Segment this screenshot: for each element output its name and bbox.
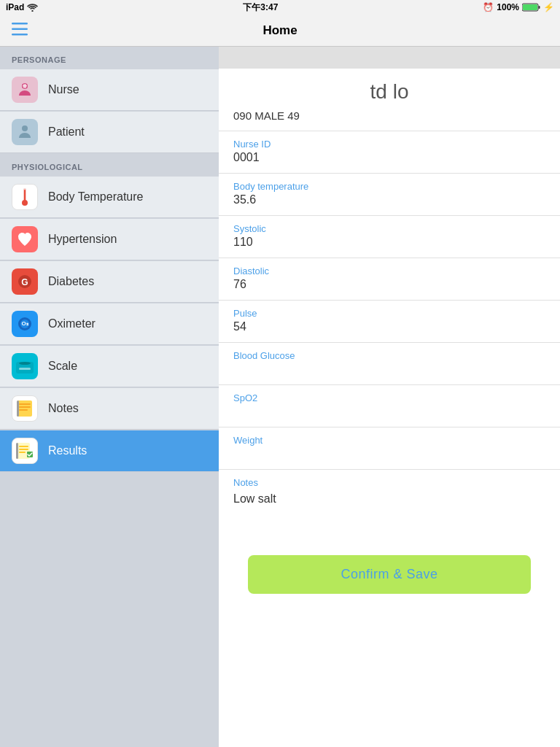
svg-rect-29 [16, 443, 18, 459]
weight-field: Weight [219, 427, 560, 469]
systolic-value: 110 [233, 236, 545, 250]
body-temperature-value: 35.6 [233, 193, 545, 208]
sidebar-item-results[interactable]: Results [0, 430, 219, 472]
svg-rect-25 [19, 406, 31, 408]
notes-field: Notes Low salt [219, 469, 560, 541]
nurse-id-label: Nurse ID [233, 139, 545, 150]
spo2-value [233, 405, 545, 419]
patient-icon [12, 119, 38, 145]
sidebar-item-nurse[interactable]: Nurse [0, 69, 219, 111]
sidebar-item-scale[interactable]: Scale [0, 346, 219, 387]
sidebar-item-notes-label: Notes [48, 402, 79, 415]
patient-name: td lo [219, 69, 560, 109]
nurse-id-field: Nurse ID 0001 [219, 131, 560, 173]
blood-glucose-field: Blood Glucose [219, 342, 560, 384]
svg-rect-6 [12, 34, 28, 36]
pulse-label: Pulse [233, 308, 545, 319]
battery-label: 100% [497, 2, 519, 12]
sidebar: PERSONAGE Nurse Patient [0, 47, 219, 747]
blood-glucose-value [233, 363, 545, 377]
nurse-id-value: 0001 [233, 151, 545, 166]
svg-rect-14 [24, 193, 26, 201]
pulse-value: 54 [233, 320, 545, 335]
systolic-label: Systolic [233, 223, 545, 234]
weight-value [233, 447, 545, 462]
physiological-section-label: PHYSIOLOGICAL [0, 154, 219, 176]
hamburger-icon [12, 23, 28, 36]
scale-icon [12, 353, 38, 379]
nav-title: Home [262, 23, 297, 38]
patient-info: 090 MALE 49 [219, 109, 560, 131]
sidebar-item-scale-label: Scale [48, 360, 77, 373]
notes-value: Low salt [233, 489, 545, 533]
notes-label: Notes [233, 477, 545, 488]
sidebar-item-patient[interactable]: Patient [0, 112, 219, 153]
pulse-field: Pulse 54 [219, 300, 560, 342]
nav-bar: Home [0, 15, 560, 47]
svg-rect-26 [19, 409, 28, 411]
alarm-icon: ⏰ [483, 2, 494, 12]
svg-text:G: G [21, 277, 28, 287]
ipad-label: iPad [6, 2, 24, 12]
thermometer-icon [12, 184, 38, 210]
svg-point-0 [32, 10, 34, 12]
charging-icon: ⚡ [543, 2, 554, 12]
nurse-icon [12, 77, 38, 103]
svg-text:O₂: O₂ [21, 320, 28, 327]
blood-glucose-label: Blood Glucose [233, 350, 545, 361]
hypertension-icon [12, 226, 38, 252]
sidebar-item-hypertension-label: Hypertension [48, 233, 117, 246]
svg-rect-30 [19, 446, 28, 447]
oximeter-icon: O₂ [12, 311, 38, 337]
status-bar: iPad 下午3:47 ⏰ 100% ⚡ [0, 0, 560, 15]
sidebar-item-diabetes-label: Diabetes [48, 275, 94, 288]
personage-section-label: PERSONAGE [0, 47, 219, 69]
svg-rect-4 [12, 23, 28, 25]
confirm-save-button[interactable]: Confirm & Save [248, 555, 531, 594]
sidebar-item-oximeter-label: Oximeter [48, 317, 96, 330]
svg-point-21 [19, 362, 31, 365]
wifi-icon [27, 3, 38, 12]
sidebar-item-body-temperature-label: Body Temperature [48, 190, 143, 204]
diabetes-icon: G [12, 268, 38, 295]
content-area: td lo 090 MALE 49 Nurse ID 0001 Body tem… [219, 47, 560, 747]
sidebar-item-diabetes[interactable]: G Diabetes [0, 261, 219, 303]
systolic-field: Systolic 110 [219, 215, 560, 258]
svg-rect-24 [19, 403, 31, 405]
svg-rect-2 [538, 6, 540, 9]
sidebar-item-hypertension[interactable]: Hypertension [0, 219, 219, 260]
body-temperature-field: Body temperature 35.6 [219, 173, 560, 215]
status-right: ⏰ 100% ⚡ [483, 2, 554, 12]
sidebar-item-notes[interactable]: Notes [0, 388, 219, 430]
spo2-field: SpO2 [219, 384, 560, 427]
spo2-label: SpO2 [233, 392, 545, 403]
notes-icon [12, 395, 38, 422]
battery-icon [522, 3, 540, 12]
svg-rect-9 [23, 85, 27, 87]
sidebar-item-body-temperature[interactable]: Body Temperature [0, 177, 219, 218]
menu-button[interactable] [9, 20, 31, 41]
svg-rect-31 [19, 449, 28, 450]
main-layout: PERSONAGE Nurse Patient [0, 47, 560, 747]
weight-label: Weight [233, 435, 545, 446]
diastolic-label: Diastolic [233, 266, 545, 276]
svg-rect-23 [18, 400, 32, 417]
sidebar-item-nurse-label: Nurse [48, 83, 79, 96]
sidebar-item-oximeter[interactable]: O₂ Oximeter [0, 303, 219, 345]
status-time: 下午3:47 [243, 1, 278, 14]
svg-rect-32 [19, 452, 26, 453]
svg-rect-27 [17, 400, 19, 417]
svg-rect-22 [19, 368, 31, 370]
svg-rect-3 [523, 4, 537, 10]
sidebar-item-patient-label: Patient [48, 125, 85, 139]
svg-rect-5 [12, 28, 28, 31]
diastolic-value: 76 [233, 278, 545, 293]
status-left: iPad [6, 2, 38, 12]
body-temperature-label: Body temperature [233, 181, 545, 192]
results-icon [12, 438, 38, 464]
diastolic-field: Diastolic 76 [219, 258, 560, 300]
content-header-bar [219, 47, 560, 69]
svg-point-10 [22, 125, 28, 131]
sidebar-item-results-label: Results [48, 444, 87, 457]
